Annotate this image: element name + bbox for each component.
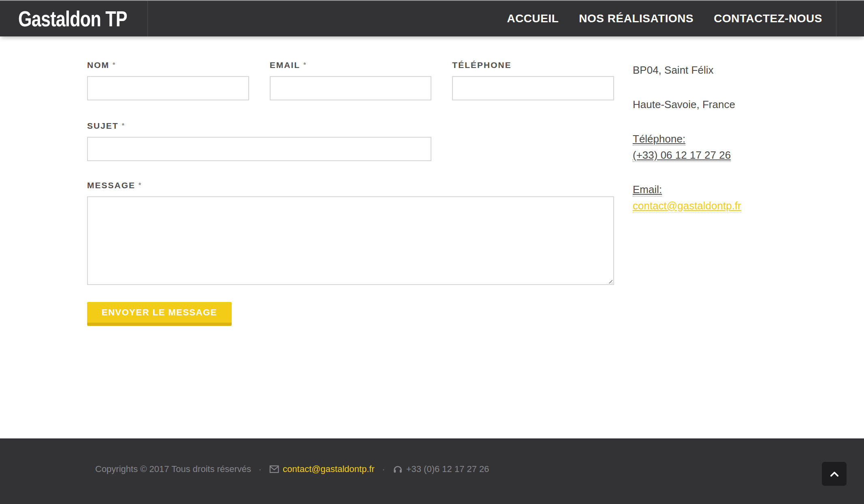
email-input[interactable] <box>270 76 432 100</box>
email-label-text: EMAIL <box>270 60 300 70</box>
footer-email-link[interactable]: contact@gastaldontp.fr <box>283 464 375 474</box>
telephone-label-text: TÉLÉPHONE <box>452 60 511 70</box>
telephone-input[interactable] <box>452 76 614 100</box>
contact-info: BP04, Saint Félix Haute-Savoie, France T… <box>633 60 795 438</box>
page: Gastaldon TP ACCUEIL NOS RÉALISATIONS CO… <box>0 0 864 504</box>
nom-input[interactable] <box>87 76 249 100</box>
phone-heading: Téléphone: <box>633 133 685 146</box>
header: Gastaldon TP ACCUEIL NOS RÉALISATIONS CO… <box>0 0 864 36</box>
field-sujet: SUJET* <box>87 121 431 161</box>
required-marker: * <box>113 62 116 68</box>
required-marker: * <box>139 182 142 189</box>
address-line-1: BP04, Saint Félix <box>633 62 795 78</box>
email-heading: Email: <box>633 183 662 196</box>
required-marker: * <box>303 62 307 68</box>
phone-block: Téléphone: (+33) 06 12 17 27 26 <box>633 131 795 163</box>
field-email: EMAIL* <box>270 60 432 100</box>
envelope-icon <box>269 464 279 474</box>
copyright-text: Copyrights © 2017 Tous droits réservés <box>95 464 251 474</box>
nom-label: NOM* <box>87 60 249 70</box>
main-content: NOM* EMAIL* TÉLÉPHONE <box>0 36 864 438</box>
footer-phone-item: +33 (0)6 12 17 27 26 <box>393 464 489 474</box>
header-divider <box>836 1 836 36</box>
email-link[interactable]: contact@gastaldontp.fr <box>633 200 741 213</box>
nav-contactez-nous[interactable]: CONTACTEZ-NOUS <box>714 12 822 25</box>
logo[interactable]: Gastaldon TP <box>0 1 148 36</box>
message-textarea[interactable] <box>87 196 614 285</box>
chevron-up-icon <box>828 468 841 480</box>
sujet-label: SUJET* <box>87 121 431 131</box>
address-line-2: Haute-Savoie, France <box>633 96 795 113</box>
required-marker: * <box>122 122 125 129</box>
main-nav: ACCUEIL NOS RÉALISATIONS CONTACTEZ-NOUS <box>507 12 864 25</box>
nav-nos-realisations[interactable]: NOS RÉALISATIONS <box>579 12 693 25</box>
nom-label-text: NOM <box>87 60 109 70</box>
footer: Copyrights © 2017 Tous droits réservés ·… <box>0 438 864 504</box>
message-textarea-wrap <box>87 196 614 285</box>
form-row-1: NOM* EMAIL* TÉLÉPHONE <box>87 60 614 100</box>
footer-email-item: contact@gastaldontp.fr <box>269 464 375 474</box>
field-message: MESSAGE* <box>87 180 614 285</box>
contact-form: NOM* EMAIL* TÉLÉPHONE <box>87 60 614 438</box>
sujet-label-text: SUJET <box>87 121 119 130</box>
footer-line: Copyrights © 2017 Tous droits réservés ·… <box>95 464 864 475</box>
email-block: Email: contact@gastaldontp.fr <box>633 181 795 214</box>
message-label-text: MESSAGE <box>87 181 135 190</box>
submit-button[interactable]: ENVOYER LE MESSAGE <box>87 302 232 326</box>
scroll-to-top-button[interactable] <box>822 462 847 486</box>
email-label: EMAIL* <box>270 60 432 70</box>
field-telephone: TÉLÉPHONE <box>452 60 614 100</box>
footer-phone-number: +33 (0)6 12 17 27 26 <box>406 464 489 474</box>
footer-separator: · <box>258 464 262 475</box>
field-nom: NOM* <box>87 60 249 100</box>
phone-number: (+33) 06 12 17 27 26 <box>633 149 731 162</box>
logo-text: Gastaldon TP <box>18 6 127 31</box>
telephone-label: TÉLÉPHONE <box>452 60 614 70</box>
sujet-input[interactable] <box>87 137 431 161</box>
headset-icon <box>393 464 403 474</box>
nav-accueil[interactable]: ACCUEIL <box>507 12 559 25</box>
message-label: MESSAGE* <box>87 180 614 191</box>
footer-separator: · <box>382 464 385 475</box>
